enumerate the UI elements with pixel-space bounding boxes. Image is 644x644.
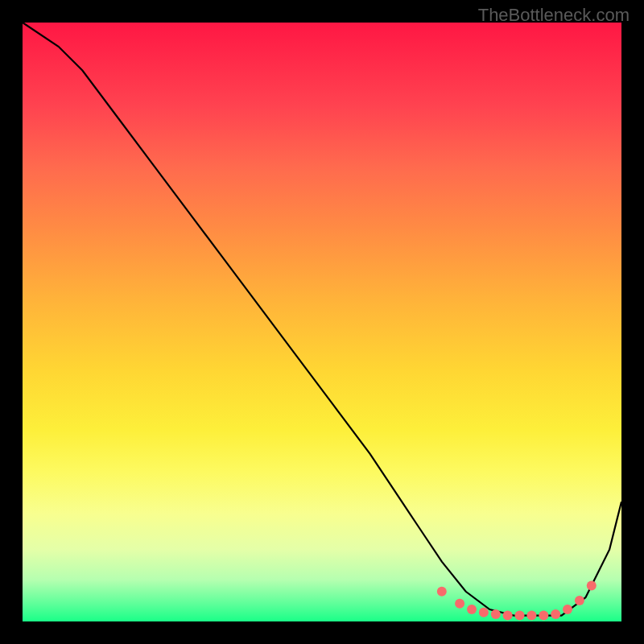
attribution-text: TheBottleneck.com [478, 5, 630, 26]
highlight-marker [515, 611, 525, 621]
highlight-marker [551, 609, 560, 619]
highlight-marker [503, 611, 513, 621]
highlight-marker [587, 580, 597, 590]
highlight-marker [455, 599, 464, 609]
highlight-marker [575, 596, 584, 605]
highlight-marker [467, 605, 477, 614]
highlight-marker [479, 608, 489, 617]
bottleneck-line-chart [23, 23, 621, 621]
highlight-marker [437, 587, 447, 597]
bottleneck-curve-line [23, 23, 621, 616]
highlight-marker [491, 609, 501, 619]
highlight-marker [539, 611, 548, 621]
highlight-marker [526, 611, 536, 621]
highlight-marker [563, 605, 572, 614]
chart-gradient-background [23, 23, 621, 621]
